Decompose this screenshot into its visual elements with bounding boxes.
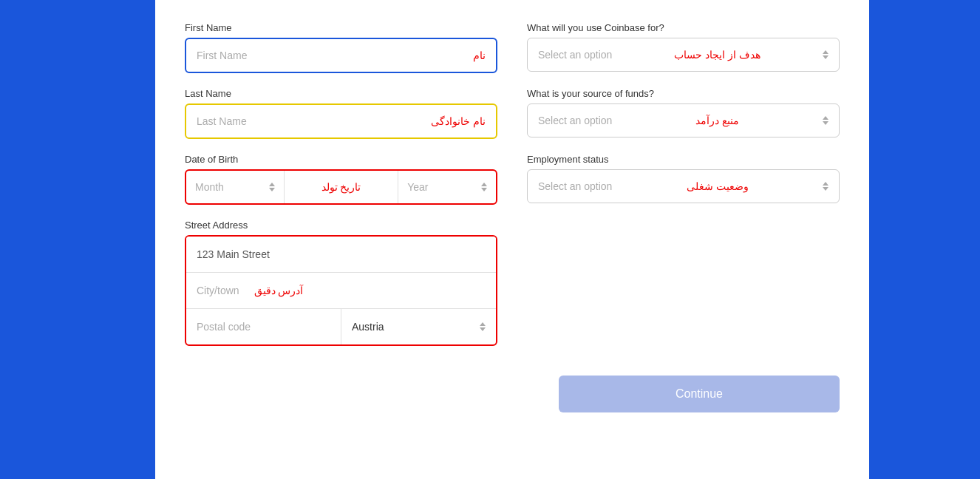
last-name-label: Last Name [185,88,497,99]
funds-arrow-up [823,116,828,120]
btn-row: Continue [185,361,840,412]
coinbase-label: What will you use Coinbase for? [527,22,840,33]
employment-fa: وضعیت شغلی [687,180,749,192]
address-section: Street Address 123 Main Street City/town… [185,220,497,346]
dob-label: Date of Birth [185,154,497,165]
country-arrow-down [480,327,486,331]
city-fa: آدرس دقیق [254,285,304,296]
first-name-label: First Name [185,22,497,33]
dob-month-arrow-down [269,188,275,191]
street-value: 123 Main Street [197,248,270,260]
left-sidebar [0,0,155,479]
funds-select[interactable]: Select an option منبع درآمد [527,103,840,137]
right-sidebar [869,0,980,479]
employment-arrow-up [823,182,828,186]
street-label: Street Address [185,220,497,231]
last-name-placeholder: Last Name [197,115,247,127]
dob-year-cell[interactable]: Year [398,171,496,203]
coinbase-fa: هدف از ایجاد حساب [674,49,760,61]
street-row[interactable]: 123 Main Street [186,237,496,273]
first-name-placeholder: First Name [197,50,247,61]
funds-arrow-down [823,121,828,125]
dob-fa-cell: تاریخ تولد [285,171,398,203]
coinbase-arrow-down [823,55,828,59]
city-row[interactable]: City/town آدرس دقیق [186,273,496,309]
dob-month-arrows [269,183,275,191]
empty-right [527,220,840,361]
country-value: Austria [352,321,384,333]
postal-country-row: Postal code Austria [186,309,496,344]
country-arrows [480,322,486,331]
employment-select[interactable]: Select an option وضعیت شغلی [527,169,840,203]
last-name-section: Last Name Last Name نام خانوادگی [185,88,497,139]
funds-fa: منبع درآمد [695,115,739,126]
coinbase-arrow-up [823,50,828,54]
first-name-fa: نام [473,50,486,61]
postal-placeholder: Postal code [197,321,251,333]
address-box: 123 Main Street City/town آدرس دقیق Post… [185,235,497,346]
employment-placeholder: Select an option [538,180,612,192]
continue-button[interactable]: Continue [559,376,840,412]
last-name-fa: نام خانوادگی [431,115,486,127]
dob-year-arrows [481,183,487,191]
dob-year-arrow-down [481,188,487,191]
coinbase-arrows [823,50,828,59]
coinbase-select[interactable]: Select an option هدف از ایجاد حساب [527,38,840,72]
dob-fa: تاریخ تولد [321,181,361,193]
dob-section: Date of Birth Month تاریخ تولد Year [185,154,497,205]
country-cell[interactable]: Austria [341,309,496,344]
coinbase-placeholder: Select an option [538,49,612,61]
last-name-input[interactable]: Last Name نام خانوادگی [185,103,497,139]
funds-section: What is your source of funds? Select an … [527,88,840,139]
first-name-input[interactable]: First Name نام [185,38,497,73]
dob-year-arrow-up [481,183,487,186]
dob-year-placeholder: Year [407,181,428,193]
employment-section: Employment status Select an option وضعیت… [527,154,840,205]
first-name-section: First Name First Name نام [185,22,497,73]
funds-arrows [823,116,828,125]
dob-row: Month تاریخ تولد Year [185,169,497,205]
employment-arrows [823,182,828,191]
city-placeholder: City/town [197,285,239,296]
funds-placeholder: Select an option [538,115,612,126]
country-arrow-up [480,322,486,326]
postal-cell[interactable]: Postal code [186,309,341,344]
dob-month-cell[interactable]: Month [186,171,285,203]
funds-label: What is your source of funds? [527,88,840,99]
dob-month-arrow-up [269,183,275,186]
employment-label: Employment status [527,154,840,165]
employment-arrow-down [823,187,828,191]
dob-month-placeholder: Month [195,181,224,193]
main-form: First Name First Name نام What will you … [155,0,869,479]
coinbase-purpose-section: What will you use Coinbase for? Select a… [527,22,840,73]
